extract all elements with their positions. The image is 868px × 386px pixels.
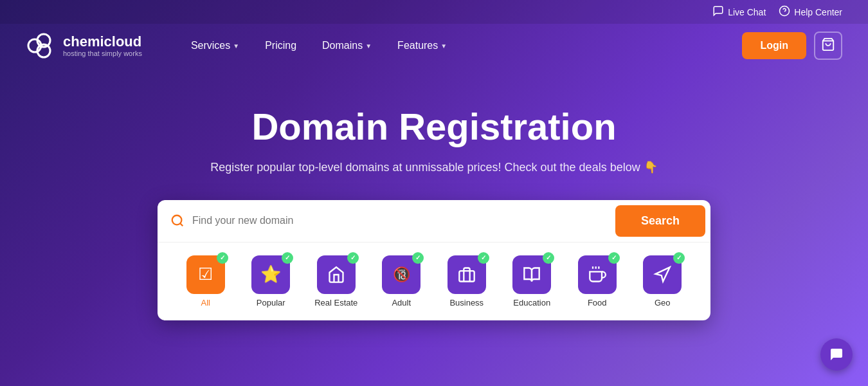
svg-line-7 bbox=[180, 224, 183, 226]
search-container: Search ☑ ✓ All ⭐ ✓ Popular bbox=[158, 200, 710, 320]
category-education-label: Education bbox=[513, 298, 550, 308]
category-food-label: Food bbox=[588, 298, 607, 308]
login-button[interactable]: Login bbox=[742, 32, 806, 59]
cart-button[interactable] bbox=[814, 32, 842, 60]
live-chat-link[interactable]: Live Chat bbox=[712, 5, 766, 19]
all-checkmark: ✓ bbox=[217, 252, 228, 264]
nav-features-label: Features bbox=[397, 40, 438, 51]
help-center-link[interactable]: Help Center bbox=[779, 5, 842, 19]
chat-bubble-icon bbox=[829, 347, 844, 362]
category-real-estate[interactable]: ✓ Real Estate bbox=[303, 253, 369, 310]
nav-domains[interactable]: Domains ▼ bbox=[312, 35, 382, 57]
food-checkmark: ✓ bbox=[608, 252, 620, 264]
category-business-label: Business bbox=[449, 298, 484, 308]
geo-checkmark: ✓ bbox=[673, 252, 685, 264]
category-geo-icon: ✓ bbox=[643, 255, 682, 294]
search-icon bbox=[170, 214, 185, 228]
hero-section: Domain Registration Register popular top… bbox=[0, 68, 868, 346]
cart-icon bbox=[821, 37, 835, 55]
svg-rect-8 bbox=[459, 271, 474, 281]
category-all[interactable]: ☑ ✓ All bbox=[173, 253, 239, 310]
nav-actions: Login bbox=[742, 32, 842, 60]
nav-services[interactable]: Services ▼ bbox=[181, 35, 249, 57]
real-estate-checkmark: ✓ bbox=[347, 252, 359, 264]
nav-pricing[interactable]: Pricing bbox=[255, 35, 307, 57]
help-center-label: Help Center bbox=[794, 7, 842, 17]
category-popular-icon: ⭐ ✓ bbox=[251, 255, 290, 294]
domain-search-input[interactable] bbox=[192, 215, 615, 226]
features-chevron-icon: ▼ bbox=[440, 42, 447, 50]
logo-text: chemicloud hosting that simply works bbox=[63, 34, 142, 57]
logo[interactable]: chemicloud hosting that simply works bbox=[26, 30, 142, 61]
domains-chevron-icon: ▼ bbox=[365, 42, 372, 50]
help-icon bbox=[779, 5, 790, 19]
svg-point-6 bbox=[172, 216, 182, 225]
logo-brand: chemicloud bbox=[63, 34, 142, 50]
categories-row: ☑ ✓ All ⭐ ✓ Popular ✓ bbox=[158, 242, 710, 320]
category-real-estate-icon: ✓ bbox=[317, 255, 356, 294]
category-popular[interactable]: ⭐ ✓ Popular bbox=[239, 253, 304, 310]
category-education[interactable]: ✓ Education bbox=[500, 253, 565, 310]
category-business-icon: ✓ bbox=[448, 255, 486, 294]
nav-services-label: Services bbox=[191, 40, 230, 51]
search-row: Search bbox=[158, 200, 710, 242]
education-checkmark: ✓ bbox=[543, 252, 554, 264]
category-all-icon: ☑ ✓ bbox=[186, 255, 225, 294]
category-adult-label: Adult bbox=[392, 298, 411, 308]
chat-icon bbox=[712, 5, 724, 19]
services-chevron-icon: ▼ bbox=[233, 42, 239, 50]
top-bar: Live Chat Help Center bbox=[0, 0, 868, 24]
nav-domains-label: Domains bbox=[322, 40, 363, 51]
header: chemicloud hosting that simply works Ser… bbox=[0, 24, 868, 68]
logo-icon bbox=[26, 30, 57, 61]
hero-subtitle: Register popular top-level domains at un… bbox=[26, 160, 842, 174]
nav-features[interactable]: Features ▼ bbox=[387, 35, 457, 57]
category-education-icon: ✓ bbox=[512, 255, 551, 294]
category-adult-icon: 🔞 ✓ bbox=[382, 255, 420, 294]
category-business[interactable]: ✓ Business bbox=[434, 253, 500, 310]
category-all-label: All bbox=[201, 298, 210, 308]
category-real-estate-label: Real Estate bbox=[314, 298, 357, 308]
category-food-icon: ✓ bbox=[578, 255, 617, 294]
live-chat-label: Live Chat bbox=[728, 7, 766, 17]
category-food[interactable]: ✓ Food bbox=[565, 253, 630, 310]
nav-pricing-label: Pricing bbox=[265, 40, 296, 51]
category-geo-label: Geo bbox=[655, 298, 671, 308]
category-geo[interactable]: ✓ Geo bbox=[630, 253, 696, 310]
category-popular-label: Popular bbox=[257, 298, 285, 308]
business-checkmark: ✓ bbox=[478, 252, 489, 264]
logo-tagline: hosting that simply works bbox=[63, 50, 142, 57]
svg-marker-12 bbox=[656, 267, 670, 281]
hero-title: Domain Registration bbox=[26, 106, 842, 147]
category-adult[interactable]: 🔞 ✓ Adult bbox=[369, 253, 435, 310]
chat-bubble[interactable] bbox=[820, 338, 853, 371]
popular-checkmark: ✓ bbox=[282, 252, 293, 264]
nav-menu: Services ▼ Pricing Domains ▼ Features ▼ bbox=[181, 35, 743, 57]
search-button[interactable]: Search bbox=[615, 205, 705, 237]
adult-checkmark: ✓ bbox=[412, 252, 424, 264]
